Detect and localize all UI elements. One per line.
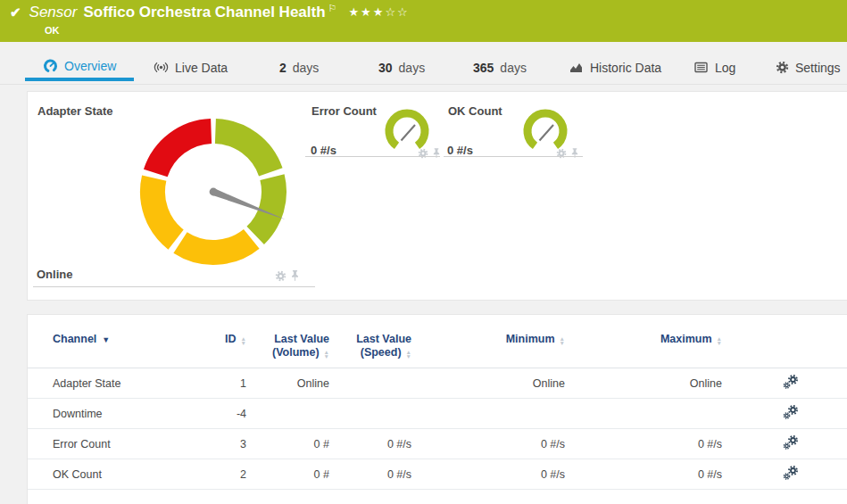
cell-id: 1 (206, 368, 246, 399)
flag-icon[interactable]: ⚐ (328, 3, 337, 14)
sort-desc-icon: ▼ (102, 335, 110, 344)
priority-stars[interactable]: ★★★☆☆ (348, 5, 409, 19)
tab-30-days[interactable]: 30 days (361, 54, 443, 81)
tab-2-days[interactable]: 2 days (262, 54, 336, 81)
gauge-settings-gear-icon[interactable] (556, 148, 567, 159)
tab-bar: Overview Live Data 2 days 30 days 365 da… (0, 42, 847, 85)
widget-divider (33, 286, 315, 287)
tab-365-days[interactable]: 365 days (455, 54, 544, 81)
cell-channel: Error Count (28, 429, 206, 459)
object-kind-label: Sensor (29, 4, 78, 21)
col-label: Last Value (Volume) (272, 333, 329, 359)
cell-maximum (565, 399, 722, 429)
tab-log[interactable]: Log (676, 54, 753, 81)
channels-table: Channel▼ ID▲▼ Last Value (Volume)▲▼ Last… (28, 333, 847, 490)
widget-divider (444, 156, 583, 157)
cell-last-speed (329, 368, 411, 399)
cell-channel: OK Count (28, 459, 206, 490)
cell-minimum: 0 #/s (411, 459, 565, 490)
col-header-id[interactable]: ID▲▼ (206, 333, 246, 368)
gauge-icon (43, 58, 58, 73)
sort-icon: ▲▼ (324, 350, 329, 359)
col-label: Minimum (506, 333, 555, 345)
adapter-state-gauge[interactable] (124, 103, 303, 281)
col-label: ID (225, 333, 237, 345)
tab-label: Live Data (175, 61, 228, 75)
channel-settings-button[interactable] (783, 404, 799, 420)
col-header-maximum[interactable]: Maximum▲▼ (565, 333, 722, 368)
gauge-value-ok-count: 0 #/s (447, 144, 473, 157)
tab-settings[interactable]: Settings (758, 54, 847, 81)
tab-label: Log (715, 61, 735, 75)
gauge-pin-icon[interactable] (570, 147, 579, 160)
gear-icon (776, 61, 789, 74)
gauge-pin-icon[interactable] (290, 269, 300, 283)
table-row[interactable]: Downtime -4 (28, 399, 847, 429)
table-row[interactable]: Adapter State 1 Online Online Online (28, 368, 847, 399)
tab-label: Overview (64, 59, 116, 73)
col-header-actions (722, 333, 847, 368)
sort-icon: ▲▼ (560, 336, 565, 345)
tab-label: days (399, 61, 426, 75)
channels-table-panel: Channel▼ ID▲▼ Last Value (Volume)▲▼ Last… (27, 314, 847, 504)
gauge-settings-gear-icon[interactable] (418, 148, 428, 159)
table-row[interactable]: OK Count 2 0 # 0 #/s 0 #/s 0 #/s (28, 459, 847, 490)
col-header-channel[interactable]: Channel▼ (28, 333, 206, 368)
gauge-needle (402, 125, 416, 141)
gauge-title-ok-count: OK Count (448, 104, 502, 118)
col-header-minimum[interactable]: Minimum▲▼ (411, 333, 565, 368)
gauge-value-error-count: 0 #/s (311, 144, 336, 157)
col-header-last-value-speed[interactable]: Last Value (Speed)▲▼ (329, 333, 411, 368)
cell-id: 3 (206, 429, 246, 459)
cell-maximum: Online (565, 368, 722, 399)
overview-panel: Adapter State Online Error Count 0 #/s (27, 91, 847, 301)
cell-last-speed (329, 399, 411, 429)
sensor-title: Soffico Orchestra Channel Health (83, 4, 325, 21)
channel-gears-icon (783, 374, 799, 390)
col-label: Channel (53, 333, 96, 345)
gauge-needle (540, 125, 554, 141)
col-label: Maximum (660, 333, 712, 345)
col-header-last-value-volume[interactable]: Last Value (Volume)▲▼ (246, 333, 329, 368)
gauge-value-adapter-state: Online (37, 268, 72, 281)
cell-channel: Adapter State (28, 368, 206, 399)
cell-last-volume (246, 399, 329, 429)
tab-historic-data[interactable]: Historic Data (551, 54, 679, 81)
cell-last-speed: 0 #/s (329, 459, 411, 490)
col-label: Last Value (Speed) (356, 333, 411, 359)
tab-number: 30 (378, 61, 393, 75)
tab-overview[interactable]: Overview (25, 54, 134, 81)
cell-last-volume: 0 # (246, 459, 329, 490)
tab-live-data[interactable]: Live Data (136, 54, 245, 81)
cell-minimum: Online (411, 368, 565, 399)
cell-maximum: 0 #/s (565, 429, 722, 459)
channel-gears-icon (783, 404, 799, 420)
log-icon (693, 60, 709, 75)
channel-settings-button[interactable] (783, 434, 799, 450)
cell-maximum: 0 #/s (565, 459, 722, 490)
cell-id: 2 (206, 459, 246, 490)
cell-minimum: 0 #/s (411, 429, 565, 459)
channel-gears-icon (783, 465, 799, 481)
tab-label: days (293, 61, 320, 75)
channel-settings-button[interactable] (783, 374, 799, 390)
channel-settings-button[interactable] (783, 465, 799, 481)
sensor-status-text: OK (45, 25, 60, 36)
tab-label: Settings (795, 61, 841, 75)
cell-minimum (411, 399, 565, 429)
tab-number: 2 (279, 61, 286, 75)
sensor-header: ✔ Sensor Soffico Orchestra Channel Healt… (0, 0, 847, 42)
widget-divider (305, 156, 440, 157)
cell-last-volume: 0 # (246, 429, 329, 459)
cell-last-volume: Online (246, 368, 329, 399)
gauge-settings-gear-icon[interactable] (275, 270, 286, 282)
gauge-title-adapter-state: Adapter State (37, 104, 113, 118)
cell-channel: Downtime (28, 399, 206, 429)
table-header-row: Channel▼ ID▲▼ Last Value (Volume)▲▼ Last… (28, 333, 847, 368)
cell-id: -4 (206, 399, 246, 429)
sort-icon: ▲▼ (717, 336, 722, 345)
gauge-title-error-count: Error Count (311, 104, 377, 118)
sort-icon: ▲▼ (406, 350, 411, 359)
gauge-pin-icon[interactable] (432, 147, 441, 160)
table-row[interactable]: Error Count 3 0 # 0 #/s 0 #/s 0 #/s (28, 429, 847, 459)
